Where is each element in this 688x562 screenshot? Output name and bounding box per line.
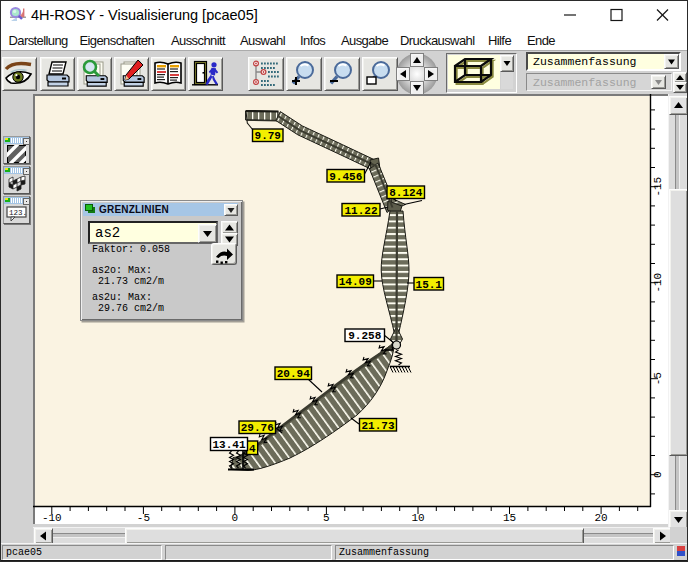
svg-text:9.79: 9.79 <box>255 130 281 142</box>
svg-text:0: 0 <box>652 471 664 478</box>
svg-text:-15: -15 <box>652 177 664 197</box>
svg-text:9.258: 9.258 <box>348 330 381 342</box>
svg-text:21.73: 21.73 <box>361 420 394 432</box>
svg-text:13.41: 13.41 <box>212 439 245 451</box>
svg-text:29.76: 29.76 <box>241 422 274 434</box>
svg-text:-5: -5 <box>137 512 150 524</box>
svg-text:4: 4 <box>249 443 256 455</box>
svg-text:-10: -10 <box>42 512 62 524</box>
svg-text:123.: 123. <box>9 209 27 217</box>
svg-text:15.1: 15.1 <box>416 279 443 291</box>
svg-text:11.22: 11.22 <box>344 205 377 217</box>
svg-text:14.09: 14.09 <box>339 276 372 288</box>
svg-text:20: 20 <box>594 512 607 524</box>
svg-text:8.124: 8.124 <box>389 187 422 199</box>
svg-text:-5: -5 <box>652 372 664 385</box>
svg-text:10: 10 <box>411 512 424 524</box>
svg-text:15: 15 <box>503 512 516 524</box>
svg-text:-10: -10 <box>652 273 664 293</box>
svg-text:9.456: 9.456 <box>329 171 362 183</box>
svg-text:5: 5 <box>323 512 330 524</box>
svg-text:0: 0 <box>232 512 239 524</box>
svg-text:20.94: 20.94 <box>277 368 310 380</box>
